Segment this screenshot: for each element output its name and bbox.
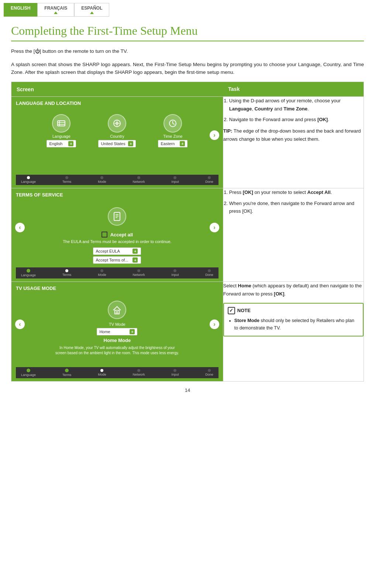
language-icon	[52, 114, 70, 133]
nav-item-language-1: Language	[21, 176, 36, 184]
setup-table: Screen Task LANGUAGE AND LOCATION	[11, 82, 364, 382]
note-list: Store Mode should only be selected by Re…	[228, 317, 359, 332]
accept-eula-dropdown[interactable]: Accept EULA +	[93, 247, 141, 255]
timezone-dropdown[interactable]: Eastern +	[158, 140, 188, 147]
nav-dot-input-2	[173, 269, 176, 272]
nav-label-input-1: Input	[171, 180, 179, 184]
nav-label-network-1: Network	[133, 180, 145, 184]
nav-dot-terms-2	[65, 269, 68, 272]
table-row-terms: TERMS OF SERVICE	[11, 188, 364, 282]
lang-tab-francais-label: FRANÇAIS	[44, 6, 67, 11]
country-value: United States	[101, 141, 125, 146]
nav-dot-language-1	[27, 176, 30, 179]
task-step-2-1: Press [OK] on your remote to select Acce…	[229, 188, 364, 196]
nav-item-mode-2: Mode	[98, 269, 106, 277]
language-tabs: ENGLISH FRANÇAIS ESPAÑOL	[0, 0, 375, 17]
nav-item-mode-1: Mode	[98, 176, 106, 184]
screen-cell-mode: TV USAGE MODE TV Mode	[11, 282, 223, 382]
nav-label-network-2: Network	[133, 273, 145, 277]
task-list-language: Using the D-pad arrows of your remote, c…	[223, 97, 364, 123]
espanol-arrow-icon	[90, 11, 94, 14]
svg-rect-11	[114, 212, 120, 220]
task-list-terms: Press [OK] on your remote to select Acce…	[223, 188, 364, 215]
nav-label-mode-1: Mode	[98, 180, 106, 184]
screen-title-terms: TERMS OF SERVICE	[16, 192, 219, 198]
tv-screen-terms: TERMS OF SERVICE	[11, 188, 223, 281]
screen2-right-arrow[interactable]: ›	[210, 223, 219, 232]
tv-mode-dropdown[interactable]: Home +	[97, 328, 137, 335]
nav-item-done-1: Done	[205, 176, 213, 184]
nav-dot-input-3	[173, 369, 176, 372]
nav-item-input-1: Input	[171, 176, 179, 184]
nav-label-language-2: Language	[21, 273, 36, 277]
timezone-plus-icon[interactable]: +	[180, 141, 185, 146]
nav-item-input-3: Input	[171, 369, 179, 376]
screen3-right-arrow[interactable]: ›	[210, 319, 219, 329]
task-cell-language: Using the D-pad arrows of your remote, c…	[223, 97, 364, 188]
lang-tab-espanol[interactable]: ESPAÑOL	[74, 3, 109, 17]
country-dropdown[interactable]: United States +	[98, 140, 136, 147]
task-step-1-1: Using the D-pad arrows of your remote, c…	[229, 97, 364, 113]
screen-title-language: LANGUAGE AND LOCATION	[16, 100, 219, 106]
lang-tab-espanol-label: ESPAÑOL	[81, 6, 102, 11]
nav-dot-done-3	[208, 369, 211, 372]
language-dropdown[interactable]: English +	[47, 140, 76, 147]
nav-dot-mode-1	[100, 176, 103, 179]
accept-terms-dropdown[interactable]: Accept Terms of... +	[93, 256, 141, 264]
lang-tab-english[interactable]: ENGLISH	[4, 3, 37, 17]
nav-item-input-2: Input	[171, 269, 179, 277]
country-plus-icon[interactable]: +	[128, 141, 133, 146]
accept-all-label: Accept all	[110, 232, 133, 237]
task-intro-mode: Select Home (which appears by default) a…	[223, 282, 364, 298]
country-icon	[108, 114, 126, 133]
main-content: Completing the First-Time Setup Menu Pre…	[0, 17, 375, 404]
accept-all-checkbox[interactable]	[102, 232, 107, 237]
timezone-icon	[164, 114, 182, 133]
accept-eula-plus-icon[interactable]: +	[133, 249, 138, 254]
nav-bar-3: Language Terms Mode	[16, 367, 219, 378]
tv-mode-plus-icon[interactable]: +	[130, 329, 135, 334]
page-number: 14	[11, 387, 364, 393]
nav-dot-terms-1	[65, 176, 68, 179]
nav-label-mode-2: Mode	[98, 273, 106, 277]
nav-label-terms-3: Terms	[62, 373, 72, 377]
table-row-mode: TV USAGE MODE TV Mode	[11, 282, 364, 382]
note-header-label: NOTE	[237, 307, 251, 314]
page-title: Completing the First-Time Setup Menu	[11, 24, 364, 41]
screen1-right-arrow[interactable]: ›	[210, 130, 219, 140]
accept-terms-plus-icon[interactable]: +	[133, 257, 138, 263]
svg-line-10	[173, 123, 175, 124]
nav-dot-language-3	[27, 369, 30, 372]
tv-screen-mode: TV USAGE MODE TV Mode	[11, 282, 223, 381]
icons-row-language: Language English +	[47, 114, 188, 147]
screen3-left-arrow[interactable]: ‹	[15, 319, 25, 329]
nav-bar-2: Language Terms Mode	[16, 267, 219, 278]
screen2-left-arrow[interactable]: ‹	[15, 223, 25, 232]
tv-mode-label: TV Mode	[109, 322, 125, 327]
timezone-value: Eastern	[161, 141, 175, 146]
task-cell-terms: Press [OK] on your remote to select Acce…	[223, 188, 364, 282]
terms-doc-icon	[108, 207, 126, 226]
icon-block-timezone: Time Zone Eastern +	[158, 114, 188, 147]
nav-label-terms-2: Terms	[62, 273, 72, 277]
home-mode-icon	[108, 301, 126, 319]
nav-item-done-2: Done	[205, 269, 213, 277]
eula-note: The EULA and Terms must be accepted in o…	[63, 239, 172, 245]
lang-tab-francais[interactable]: FRANÇAIS	[37, 3, 74, 17]
nav-label-terms-1: Terms	[62, 180, 72, 184]
language-plus-icon[interactable]: +	[68, 141, 73, 146]
lang-tab-english-label: ENGLISH	[11, 6, 30, 11]
nav-item-terms-1: Terms	[62, 176, 72, 184]
nav-item-done-3: Done	[205, 369, 213, 376]
francais-arrow-icon	[54, 11, 58, 14]
language-icon-label: Language	[52, 134, 70, 139]
nav-label-input-3: Input	[171, 373, 179, 376]
accept-all-row: Accept all	[102, 232, 133, 237]
language-value: English	[49, 141, 62, 146]
nav-item-terms-2: Terms	[62, 269, 72, 277]
timezone-icon-label: Time Zone	[163, 134, 182, 139]
nav-dot-terms-3	[65, 369, 69, 372]
screen-inner-language: Language English +	[16, 108, 219, 175]
nav-dot-network-1	[137, 176, 140, 179]
screen-title-mode: TV USAGE MODE	[16, 286, 219, 291]
